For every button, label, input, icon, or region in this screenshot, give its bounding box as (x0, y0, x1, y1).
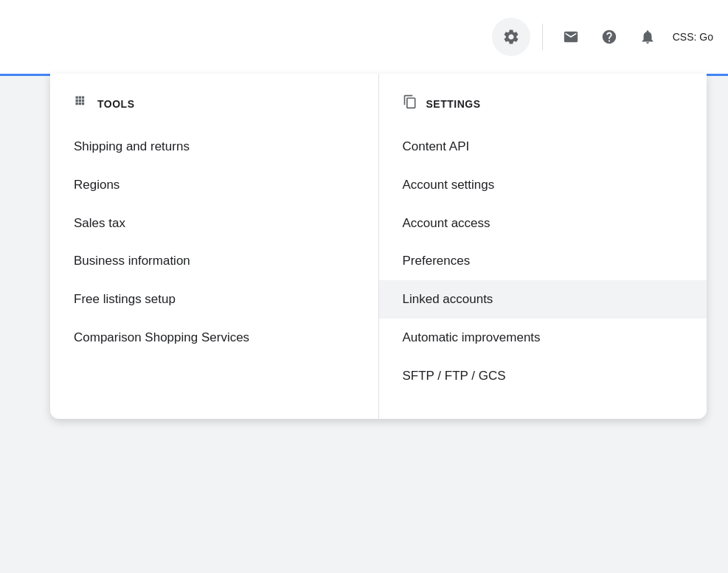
css-go-label: CSS: Go (673, 31, 713, 43)
help-button[interactable] (593, 21, 625, 53)
menu-item-account-access[interactable]: Account access (379, 204, 707, 243)
mail-button[interactable] (555, 21, 587, 53)
mail-icon (563, 29, 579, 45)
menu-item-preferences[interactable]: Preferences (379, 242, 707, 280)
tools-column: TOOLS Shipping and returns Regions Sales… (50, 74, 379, 419)
bell-button[interactable] (631, 21, 664, 53)
menu-item-sales-tax[interactable]: Sales tax (50, 204, 378, 243)
top-bar-icons: CSS: Go (492, 18, 713, 56)
gear-icon (502, 28, 520, 46)
bell-icon (639, 29, 656, 45)
menu-item-sftp[interactable]: SFTP / FTP / GCS (379, 357, 707, 395)
settings-header: SETTINGS (379, 94, 707, 128)
menu-item-comparison-shopping[interactable]: Comparison Shopping Services (50, 319, 378, 357)
menu-item-linked-accounts[interactable]: Linked accounts (379, 280, 707, 319)
menu-item-free-listings[interactable]: Free listings setup (50, 280, 378, 319)
vertical-divider (542, 24, 543, 50)
menu-item-business-info[interactable]: Business information (50, 242, 378, 280)
dropdown-menu: TOOLS Shipping and returns Regions Sales… (50, 74, 707, 419)
settings-column: SETTINGS Content API Account settings Ac… (379, 74, 707, 419)
menu-item-account-settings[interactable]: Account settings (379, 166, 707, 204)
gear-button[interactable] (492, 18, 530, 56)
tools-icon (74, 94, 89, 113)
help-icon (601, 29, 617, 45)
tools-header: TOOLS (50, 94, 378, 128)
menu-item-content-api[interactable]: Content API (379, 128, 707, 166)
settings-header-text: SETTINGS (426, 98, 481, 110)
top-bar: CSS: Go (0, 0, 728, 74)
menu-item-regions[interactable]: Regions (50, 166, 378, 204)
tools-header-text: TOOLS (97, 98, 134, 110)
menu-item-automatic-improvements[interactable]: Automatic improvements (379, 319, 707, 357)
settings-icon (403, 94, 417, 113)
menu-item-shipping[interactable]: Shipping and returns (50, 128, 378, 166)
